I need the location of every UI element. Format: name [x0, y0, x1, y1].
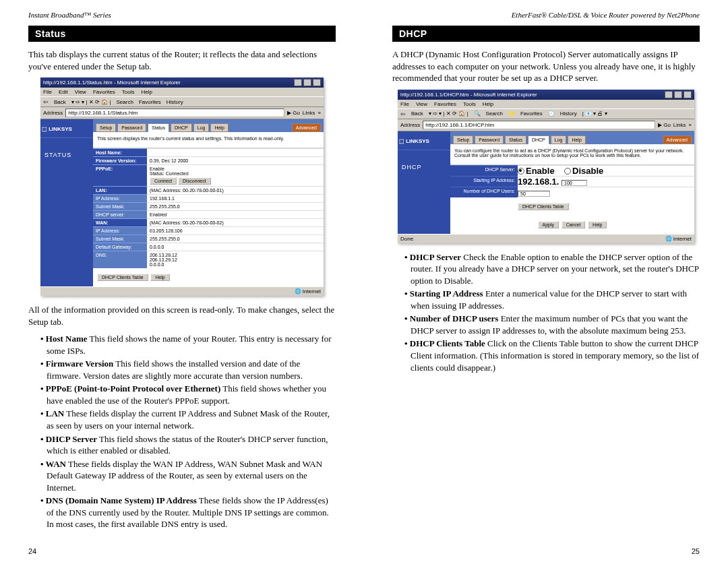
- menu-help[interactable]: Help: [141, 89, 152, 95]
- menu-favorites[interactable]: Favorites: [93, 89, 115, 95]
- back-icon[interactable]: ⇦: [43, 98, 49, 105]
- dhcp-server-label: DHCP Server:: [450, 165, 518, 176]
- back-button[interactable]: Back: [411, 111, 423, 117]
- firmware-value: 0.39, Dec 12 2000: [147, 156, 324, 164]
- gateway-label: Default Gateway:: [93, 243, 147, 251]
- firmware-label: Firmware Version:: [93, 156, 147, 164]
- tabbar[interactable]: Setup Password Status DHCP Log Help Adva…: [450, 131, 694, 144]
- menubar[interactable]: File View Favorites Tools Help: [398, 100, 694, 108]
- toolbar[interactable]: ⇦ Back ▾ ⇨ ▾ | ✕ ⟳ 🏠 | 🔍Search ⭐Favorite…: [398, 108, 694, 119]
- wan-subnet-value: 255.255.255.0: [147, 235, 324, 243]
- menu-view[interactable]: View: [416, 101, 427, 107]
- window-title: http://192.168.1.1/Status.htm - Microsof…: [43, 80, 181, 86]
- sidebar-title: DHCP: [398, 150, 450, 176]
- statusbar-right: 🌐 Internet: [295, 288, 321, 294]
- num-users-input[interactable]: 50: [518, 191, 550, 197]
- menu-tools[interactable]: Tools: [122, 89, 135, 95]
- address-input[interactable]: http://192.168.1.1/DHCP.htm: [423, 121, 655, 129]
- apply-button[interactable]: Apply: [538, 221, 559, 228]
- back-icon[interactable]: ⇦: [400, 111, 406, 117]
- window-controls[interactable]: [665, 91, 692, 98]
- lan-label: LAN:: [93, 186, 147, 194]
- page-number-right: 25: [692, 547, 700, 555]
- dhcp-label: DHCP server:: [93, 210, 147, 218]
- menubar[interactable]: File Edit View Favorites Tools Help: [40, 88, 324, 96]
- tab-help[interactable]: Help: [210, 123, 228, 132]
- help-button[interactable]: Help: [588, 221, 607, 228]
- wan-ip-label: IP Address:: [93, 226, 147, 235]
- tab-password[interactable]: Password: [475, 135, 504, 144]
- window-title: http://192.168.1.1/DHCP.htm - Microsoft …: [400, 92, 537, 98]
- history-button[interactable]: History: [166, 99, 183, 105]
- dns-value: 206.13.28.12 206.13.29.12 0.0.0.0: [147, 251, 324, 268]
- dhcp-clients-button[interactable]: DHCP Clients Table: [97, 274, 148, 281]
- history-button[interactable]: History: [560, 111, 577, 117]
- running-head-left: Instant Broadband™ Series: [28, 11, 336, 19]
- menu-file[interactable]: File: [43, 89, 52, 95]
- search-button[interactable]: Search: [486, 111, 503, 117]
- menu-tools[interactable]: Tools: [463, 101, 476, 107]
- starting-ip-value: 192.168.1. 100: [518, 176, 694, 187]
- toolbar[interactable]: ⇦ Back ▾ ⇨ ▾ | ✕ ⟳ 🏠 | Search Favorites …: [40, 96, 324, 107]
- tab-advanced[interactable]: Advanced: [292, 123, 321, 132]
- menu-favorites[interactable]: Favorites: [434, 101, 456, 107]
- menu-help[interactable]: Help: [483, 101, 493, 107]
- tab-setup[interactable]: Setup: [453, 135, 473, 144]
- favorites-button[interactable]: Favorites: [520, 111, 543, 117]
- window-controls[interactable]: [294, 79, 321, 86]
- running-head-right: EtherFast® Cable/DSL & Voice Router powe…: [392, 11, 700, 19]
- tab-advanced[interactable]: Advanced: [663, 135, 692, 144]
- menu-file[interactable]: File: [400, 101, 409, 107]
- cancel-button[interactable]: Cancel: [562, 221, 586, 228]
- dhcp-value: Enabled: [147, 210, 324, 218]
- tab-dhcp[interactable]: DHCP: [171, 123, 192, 132]
- num-users-label: Number of DHCP Users:: [450, 187, 518, 197]
- links-button[interactable]: Links: [673, 122, 686, 128]
- address-input[interactable]: http://192.168.1.1/Status.htm: [65, 108, 284, 117]
- dhcp-screenshot: http://192.168.1.1/DHCP.htm - Microsoft …: [398, 90, 694, 243]
- sidebar-title: STATUS: [40, 138, 93, 164]
- dhcp-intro: A DHCP (Dynamic Host Configuration Proto…: [392, 49, 700, 84]
- tabbar[interactable]: Setup Password Status DHCP Log Help Adva…: [93, 119, 324, 132]
- tab-log[interactable]: Log: [551, 135, 567, 144]
- tab-dhcp[interactable]: DHCP: [528, 135, 549, 144]
- favorites-button[interactable]: Favorites: [139, 99, 161, 105]
- back-button[interactable]: Back: [54, 99, 66, 105]
- wan-ip-value: 63.205.128.106: [147, 226, 324, 235]
- subnet-value: 255.255.255.0: [147, 202, 324, 210]
- dns-label: DNS:: [93, 251, 147, 268]
- tab-help[interactable]: Help: [568, 135, 585, 144]
- menu-edit[interactable]: Edit: [59, 89, 68, 95]
- address-label: Address: [400, 122, 420, 128]
- enable-radio[interactable]: [518, 168, 524, 175]
- menu-view[interactable]: View: [75, 89, 86, 95]
- subnet-label: Subnet Mask:: [93, 202, 147, 210]
- go-button[interactable]: ▶ Go: [658, 122, 671, 128]
- go-button[interactable]: ▶ Go: [287, 110, 300, 116]
- tab-password[interactable]: Password: [117, 123, 146, 132]
- statusbar-left: Done: [400, 236, 413, 242]
- section-title-dhcp: DHCP: [392, 26, 700, 42]
- search-button[interactable]: Search: [117, 99, 133, 105]
- connect-button[interactable]: Connect: [150, 177, 177, 185]
- pppoe-label: PPPoE:: [93, 164, 147, 186]
- tab-setup[interactable]: Setup: [96, 123, 116, 132]
- ip-value: 192.168.1.1: [147, 194, 324, 202]
- dhcp-clients-button[interactable]: DHCP Clients Table: [518, 203, 569, 210]
- starting-ip-input[interactable]: 100: [562, 180, 587, 186]
- disconnect-button[interactable]: Disconnect: [178, 177, 211, 185]
- status-bullet-list: Host Name This field shows the name of y…: [28, 333, 336, 530]
- section-title-status: Status: [28, 26, 336, 42]
- help-button[interactable]: Help: [150, 274, 169, 281]
- disable-radio[interactable]: [564, 168, 571, 175]
- dhcp-bullet-list: DHCP Server Check the Enable option to e…: [392, 251, 700, 373]
- pppoe-status: Status: Connected: [150, 171, 321, 176]
- panel-note: You can configure the router to act as a…: [450, 144, 694, 165]
- tab-status[interactable]: Status: [505, 135, 526, 144]
- lan-mac: (MAC Address: 00-20-78-00-00-01): [147, 186, 324, 194]
- pppoe-value: Enable Status: Connected Connect Disconn…: [147, 164, 324, 186]
- tab-log[interactable]: Log: [193, 123, 210, 132]
- links-button[interactable]: Links: [303, 110, 315, 116]
- linksys-logo: ⬚ LINKSYS: [398, 131, 450, 150]
- tab-status[interactable]: Status: [148, 123, 169, 132]
